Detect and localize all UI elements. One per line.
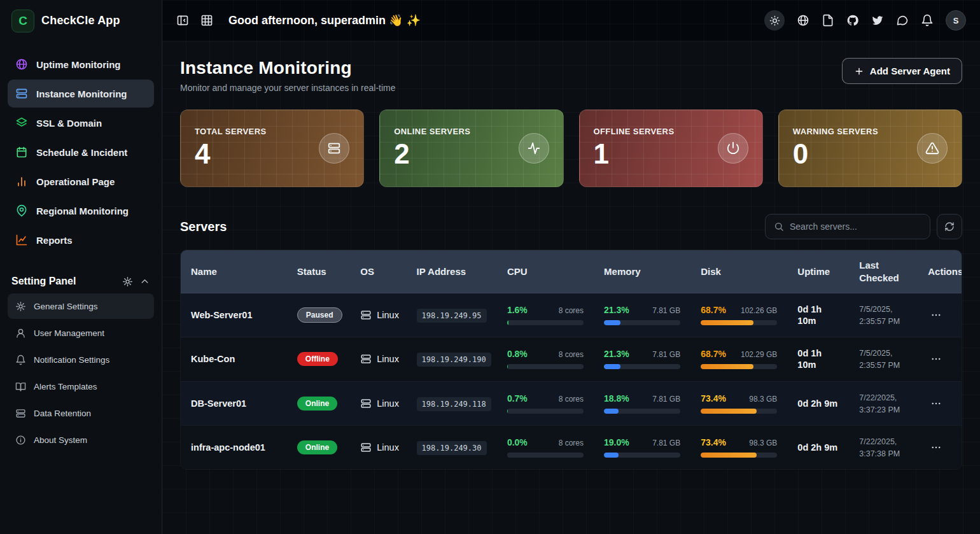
- row-actions-button[interactable]: [928, 439, 944, 456]
- ip-address: 198.19.249.95: [417, 309, 487, 323]
- ip-address: 198.19.249.30: [417, 441, 487, 455]
- column-header-uptime: Uptime: [787, 250, 849, 293]
- sidebar-item-notification-settings[interactable]: Notification Settings: [8, 347, 154, 372]
- page-title: Instance Monitoring: [180, 58, 396, 78]
- disk-metric: 68.7% 102.29 GB: [701, 349, 777, 369]
- row-actions-button[interactable]: [928, 307, 944, 323]
- bell-icon: [15, 355, 26, 365]
- disk-total: 102.26 GB: [741, 306, 777, 315]
- memory-metric: 21.3% 7.81 GB: [604, 305, 680, 325]
- setting-panel-header[interactable]: Setting Panel: [11, 276, 150, 287]
- twitter-bird-icon[interactable]: [871, 14, 884, 27]
- linux-os-icon: [360, 309, 372, 321]
- cpu-metric: 0.7% 8 cores: [507, 393, 584, 414]
- column-header-os: OS: [350, 250, 406, 293]
- user-icon: [15, 328, 26, 339]
- user-avatar[interactable]: S: [946, 10, 966, 31]
- cpu-percent: 0.8%: [507, 349, 528, 359]
- server-icon: [319, 133, 349, 164]
- cpu-percent: 0.0%: [507, 437, 528, 447]
- main-content: Instance Monitoring Monitor and manage y…: [162, 41, 980, 534]
- sidebar-item-label: Operational Page: [36, 176, 115, 187]
- page-subtitle: Monitor and manage your server instances…: [180, 83, 396, 93]
- column-header-last-checked: Last Checked: [849, 250, 918, 293]
- refresh-button[interactable]: [937, 214, 962, 239]
- sidebar-item-user-management[interactable]: User Management: [8, 320, 154, 346]
- sidebar-item-label: Notification Settings: [34, 355, 109, 365]
- memory-total: 7.81 GB: [652, 395, 680, 404]
- sidebar-item-label: User Management: [34, 328, 104, 338]
- stat-card-online-servers: ONLINE SERVERS 2: [379, 109, 563, 187]
- memory-metric: 21.3% 7.81 GB: [604, 349, 680, 369]
- ip-address: 198.19.249.190: [417, 353, 491, 367]
- server-name: DB-Server01: [191, 398, 246, 409]
- add-server-agent-button[interactable]: Add Server Agent: [842, 58, 962, 84]
- search-servers-input[interactable]: [790, 221, 921, 232]
- bar-chart-icon: [15, 175, 28, 188]
- sidebar-item-instance-monitoring[interactable]: Instance Monitoring: [8, 80, 154, 108]
- server-search-box[interactable]: [765, 214, 930, 239]
- row-actions-button[interactable]: [928, 351, 944, 367]
- column-header-status: Status: [287, 250, 350, 293]
- language-globe-icon[interactable]: [797, 14, 809, 27]
- memory-progress-bar: [604, 409, 680, 414]
- cpu-cores: 8 cores: [559, 395, 584, 404]
- activity-icon: [519, 133, 549, 164]
- server-table-row[interactable]: Web-Server01 Paused Linux 198.19.249.95 …: [181, 293, 962, 337]
- sidebar-item-general-settings[interactable]: General Settings: [8, 293, 154, 319]
- memory-progress-bar: [604, 320, 680, 325]
- cpu-progress-bar: [507, 364, 584, 369]
- stat-card-warning-servers: WARNING SERVERS 0: [778, 109, 962, 187]
- column-header-ip: IP Address: [407, 250, 497, 293]
- column-header-actions: Actions: [918, 250, 962, 293]
- app-title: CheckCle App: [41, 14, 120, 27]
- stat-cards: TOTAL SERVERS 4 ONLINE SERVERS 2 OFFLINE…: [180, 109, 962, 187]
- cpu-cores: 8 cores: [559, 306, 584, 315]
- last-checked-value: 7/5/2025, 2:35:57 PM: [859, 305, 900, 326]
- sidebar-item-schedule-incident[interactable]: Schedule & Incident: [8, 138, 154, 166]
- github-icon[interactable]: [846, 14, 859, 27]
- calendar-icon: [15, 146, 28, 158]
- disk-metric: 73.4% 98.3 GB: [701, 437, 777, 458]
- sidebar-item-about-system[interactable]: About System: [8, 427, 154, 453]
- sidebar-item-data-retention[interactable]: Data Retention: [8, 400, 154, 426]
- os-label: Linux: [377, 310, 399, 320]
- stat-card-offline-servers: OFFLINE SERVERS 1: [579, 109, 763, 187]
- docs-file-icon[interactable]: [822, 14, 834, 27]
- apps-grid-icon[interactable]: [200, 14, 213, 27]
- topbar: Good afternoon, superadmin 👋 ✨: [162, 0, 980, 41]
- sidebar-item-uptime-monitoring[interactable]: Uptime Monitoring: [8, 50, 154, 78]
- sidebar-item-regional-monitoring[interactable]: Regional Monitoring: [8, 197, 154, 225]
- server-table-row[interactable]: infra-apc-node01 Online Linux 198.19.249…: [181, 425, 962, 469]
- sidebar-item-label: Alerts Templates: [34, 382, 97, 391]
- servers-table-body: Web-Server01 Paused Linux 198.19.249.95 …: [181, 293, 962, 470]
- memory-progress-bar: [604, 364, 680, 369]
- sidebar-item-label: Schedule & Incident: [36, 147, 127, 158]
- sidebar-item-alerts-templates[interactable]: Alerts Templates: [8, 374, 154, 399]
- server-table-row[interactable]: DB-Server01 Online Linux 198.19.249.118 …: [181, 381, 962, 425]
- os-label: Linux: [377, 398, 399, 409]
- gear-icon: [15, 301, 26, 312]
- globe-icon: [15, 58, 28, 71]
- last-checked-value: 7/5/2025, 2:35:57 PM: [859, 349, 900, 370]
- disk-total: 102.29 GB: [741, 350, 777, 359]
- gear-icon[interactable]: [122, 276, 133, 287]
- collapse-panel-icon[interactable]: [176, 14, 189, 27]
- chevron-up-icon[interactable]: [139, 276, 150, 287]
- logo-letter: C: [18, 14, 27, 28]
- sidebar-item-ssl-domain[interactable]: SSL & Domain: [8, 109, 154, 137]
- stat-card-total-servers: TOTAL SERVERS 4: [180, 109, 364, 187]
- book-icon: [15, 381, 26, 392]
- disk-total: 98.3 GB: [749, 439, 777, 447]
- memory-metric: 18.8% 7.81 GB: [604, 393, 680, 414]
- sidebar-item-reports[interactable]: Reports: [8, 226, 154, 254]
- memory-percent: 18.8%: [604, 393, 629, 404]
- feedback-chat-icon[interactable]: [896, 14, 909, 27]
- row-actions-button[interactable]: [928, 395, 944, 412]
- memory-metric: 19.0% 7.81 GB: [604, 437, 680, 458]
- server-table-row[interactable]: Kube-Con Offline Linux 198.19.249.190 0.…: [181, 337, 962, 381]
- disk-progress-bar: [701, 364, 777, 369]
- sidebar-item-operational-page[interactable]: Operational Page: [8, 167, 154, 195]
- theme-toggle-button[interactable]: [764, 10, 785, 31]
- notifications-bell-icon[interactable]: [921, 14, 934, 27]
